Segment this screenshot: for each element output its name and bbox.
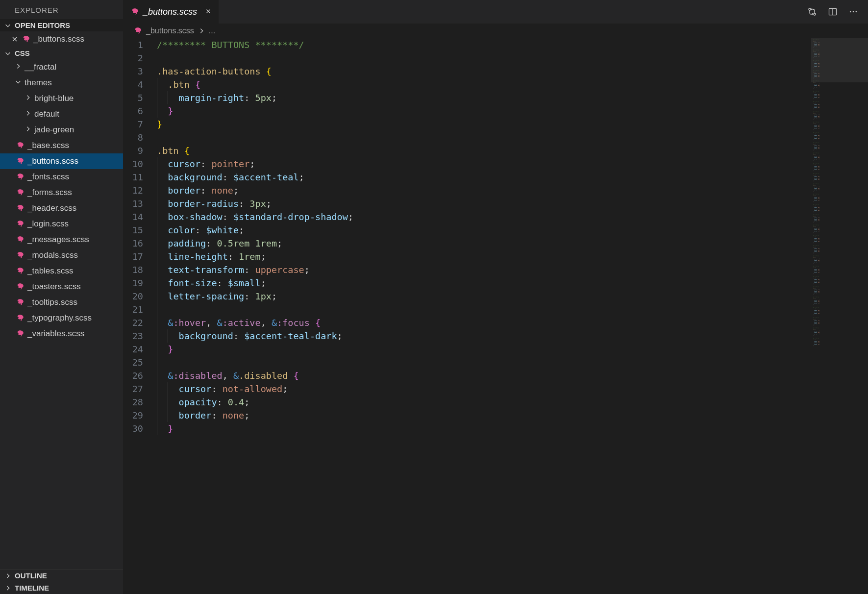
- file-label: _base.scss: [27, 141, 69, 150]
- folder-default[interactable]: default: [0, 106, 123, 122]
- code-line[interactable]: color: $white;: [157, 223, 811, 237]
- code-line[interactable]: line-height: 1rem;: [157, 250, 811, 263]
- file-_tooltips-scss[interactable]: _tooltips.scss: [0, 295, 123, 310]
- file-_toasters-scss[interactable]: _toasters.scss: [0, 279, 123, 295]
- file-label: _tooltips.scss: [27, 297, 77, 307]
- code-line[interactable]: letter-spacing: 1px;: [157, 290, 811, 303]
- folder-label: __fractal: [25, 62, 56, 72]
- code-line[interactable]: [157, 303, 811, 316]
- minimap-viewport[interactable]: [811, 38, 868, 82]
- chevron-right-icon: [15, 62, 22, 72]
- file-_fonts-scss[interactable]: _fonts.scss: [0, 169, 123, 185]
- minimap[interactable]: /*** ***/ .x { prop: val; prop: val; pro…: [811, 38, 868, 594]
- chevron-down-icon: [15, 78, 22, 88]
- line-number: 2: [124, 51, 143, 65]
- code-line[interactable]: }: [157, 422, 811, 435]
- compare-changes-icon[interactable]: [807, 7, 817, 17]
- file-_base-scss[interactable]: _base.scss: [0, 138, 123, 153]
- line-number: 23: [124, 329, 143, 343]
- code-line[interactable]: border: none;: [157, 409, 811, 422]
- code-line[interactable]: background: $accent-teal-dark;: [157, 329, 811, 343]
- code-line[interactable]: &:hover, &:active, &:focus {: [157, 316, 811, 329]
- code-line[interactable]: &:disabled, &.disabled {: [157, 369, 811, 382]
- line-number: 26: [124, 369, 143, 382]
- file-_typography-scss[interactable]: _typography.scss: [0, 310, 123, 326]
- chevron-right-icon: [198, 27, 205, 34]
- code-line[interactable]: .has-action-buttons {: [157, 65, 811, 78]
- code-area[interactable]: /******** BUTTONS ********/.has-action-b…: [154, 38, 811, 594]
- folder-jade-green[interactable]: jade-green: [0, 122, 123, 138]
- code-line[interactable]: font-size: $small;: [157, 276, 811, 290]
- line-number: 8: [124, 131, 143, 144]
- code-line[interactable]: [157, 131, 811, 144]
- code-line[interactable]: }: [157, 343, 811, 356]
- file-label: _header.scss: [27, 203, 76, 213]
- code-line[interactable]: text-transform: uppercase;: [157, 263, 811, 276]
- code-line[interactable]: .btn {: [157, 78, 811, 91]
- file-_modals-scss[interactable]: _modals.scss: [0, 248, 123, 263]
- file-label: _fonts.scss: [27, 172, 69, 182]
- scss-file-icon: [16, 157, 25, 166]
- editor[interactable]: 1234567891011121314151617181920212223242…: [124, 38, 868, 594]
- file-_buttons-scss[interactable]: _buttons.scss: [0, 153, 123, 169]
- line-number: 28: [124, 396, 143, 409]
- scss-file-icon: [16, 267, 25, 275]
- line-number: 24: [124, 343, 143, 356]
- svg-point-8: [850, 11, 851, 13]
- file-_tables-scss[interactable]: _tables.scss: [0, 263, 123, 279]
- scss-file-icon: [16, 329, 25, 338]
- file-_login-scss[interactable]: _login.scss: [0, 216, 123, 232]
- folder-label: jade-green: [34, 125, 74, 135]
- split-editor-icon[interactable]: [828, 7, 838, 17]
- file-tree[interactable]: __fractalthemesbright-bluedefaultjade-gr…: [0, 59, 123, 569]
- svg-point-9: [853, 11, 854, 13]
- project-root-header[interactable]: CSS: [0, 47, 123, 59]
- open-editors-header[interactable]: OPEN EDITORS: [0, 19, 123, 31]
- open-editor-item[interactable]: _buttons.scss: [0, 31, 123, 47]
- code-line[interactable]: /******** BUTTONS ********/: [157, 38, 811, 51]
- breadcrumb[interactable]: _buttons.scss ...: [124, 24, 868, 38]
- scss-file-icon: [133, 26, 142, 35]
- code-line[interactable]: cursor: not-allowed;: [157, 382, 811, 396]
- line-number: 11: [124, 171, 143, 184]
- code-line[interactable]: border: none;: [157, 184, 811, 197]
- chevron-down-icon: [4, 50, 12, 57]
- line-number: 25: [124, 356, 143, 369]
- code-line[interactable]: margin-right: 5px;: [157, 91, 811, 104]
- editor-tab[interactable]: _buttons.scss: [124, 0, 219, 24]
- tab-bar: _buttons.scss: [124, 0, 868, 24]
- code-line[interactable]: }: [157, 104, 811, 118]
- file-_messages-scss[interactable]: _messages.scss: [0, 232, 123, 248]
- close-tab-icon[interactable]: [205, 7, 212, 17]
- code-line[interactable]: border-radius: 3px;: [157, 197, 811, 210]
- code-line[interactable]: .btn {: [157, 144, 811, 157]
- file-_forms-scss[interactable]: _forms.scss: [0, 185, 123, 200]
- chevron-right-icon: [25, 109, 31, 119]
- more-actions-icon[interactable]: [848, 7, 858, 17]
- breadcrumb-file: _buttons.scss: [146, 26, 194, 35]
- outline-header[interactable]: OUTLINE: [0, 569, 123, 582]
- file-label: _tables.scss: [27, 266, 74, 276]
- timeline-header[interactable]: TIMELINE: [0, 582, 123, 594]
- file-_variables-scss[interactable]: _variables.scss: [0, 326, 123, 342]
- code-line[interactable]: padding: 0.5rem 1rem;: [157, 237, 811, 250]
- tab-filename: _buttons.scss: [143, 7, 197, 17]
- folder-bright-blue[interactable]: bright-blue: [0, 91, 123, 106]
- code-line[interactable]: [157, 51, 811, 65]
- folder-__fractal[interactable]: __fractal: [0, 59, 123, 75]
- code-line[interactable]: cursor: pointer;: [157, 157, 811, 171]
- line-number: 10: [124, 157, 143, 171]
- close-icon[interactable]: [11, 35, 19, 43]
- scss-file-icon: [16, 298, 25, 307]
- line-number: 12: [124, 184, 143, 197]
- folder-label: themes: [25, 78, 52, 88]
- code-line[interactable]: box-shadow: $standard-drop-shadow;: [157, 210, 811, 223]
- file-_header-scss[interactable]: _header.scss: [0, 200, 123, 216]
- code-line[interactable]: opacity: 0.4;: [157, 396, 811, 409]
- code-line[interactable]: [157, 356, 811, 369]
- line-number: 17: [124, 250, 143, 263]
- code-line[interactable]: background: $accent-teal;: [157, 171, 811, 184]
- folder-themes[interactable]: themes: [0, 75, 123, 91]
- chevron-right-icon: [4, 585, 12, 592]
- code-line[interactable]: }: [157, 118, 811, 131]
